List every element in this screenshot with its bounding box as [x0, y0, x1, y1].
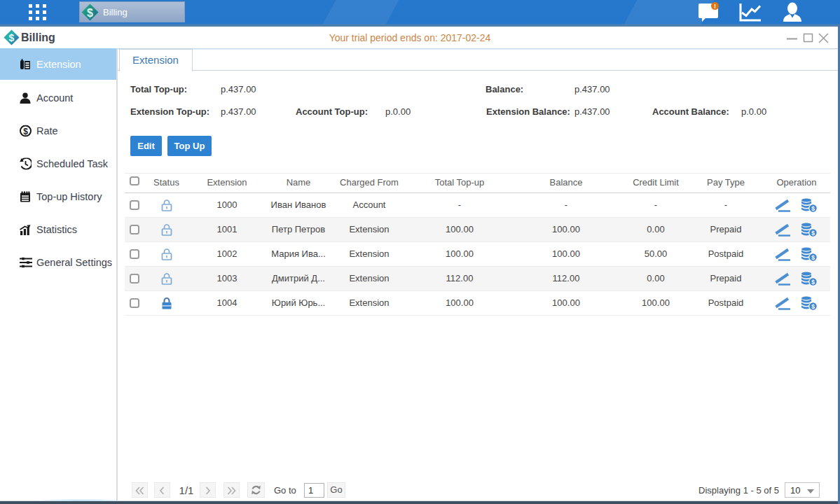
- svg-text:$: $: [23, 127, 28, 136]
- svg-text:$: $: [811, 303, 815, 310]
- svg-text:!: !: [714, 3, 716, 10]
- svg-text:$: $: [811, 254, 815, 261]
- svg-text:$: $: [87, 7, 93, 19]
- svg-text:$: $: [811, 279, 815, 286]
- svg-text:$: $: [811, 205, 815, 212]
- svg-text:$: $: [811, 230, 815, 237]
